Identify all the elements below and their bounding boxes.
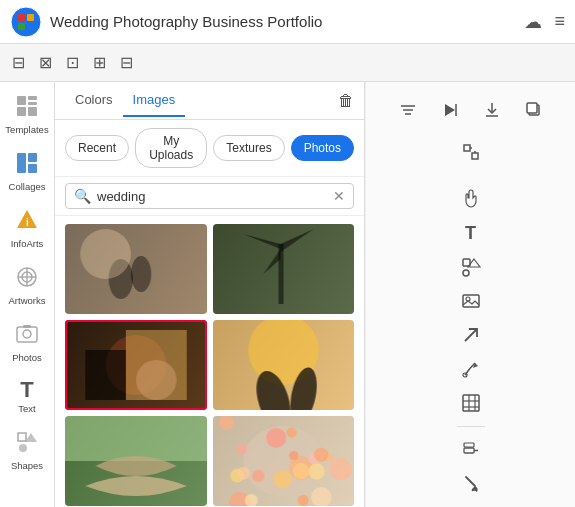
adjust-icon[interactable]: ⊟ (8, 49, 29, 76)
tab-row: Colors Images 🗑 (55, 82, 364, 120)
shapes-label: Shapes (11, 460, 43, 471)
svg-rect-9 (28, 107, 37, 116)
svg-line-43 (465, 329, 477, 341)
arrow-tool-button[interactable] (453, 322, 489, 348)
copy-icon[interactable] (516, 92, 552, 128)
tab-images[interactable]: Images (123, 84, 186, 117)
brush-tool-button[interactable] (453, 471, 489, 497)
subtab-textures[interactable]: Textures (213, 135, 284, 161)
svg-rect-50 (464, 448, 474, 453)
templates-icon (15, 94, 39, 122)
grid-icon[interactable]: ⊞ (89, 49, 110, 76)
paint-tool-button[interactable] (453, 437, 489, 463)
photos-icon (15, 322, 39, 350)
svg-rect-22 (18, 433, 26, 441)
svg-rect-34 (464, 145, 470, 151)
svg-rect-6 (28, 96, 37, 100)
svg-rect-41 (463, 295, 479, 307)
image-item-5[interactable] (65, 416, 207, 506)
svg-rect-11 (28, 153, 37, 162)
svg-line-53 (466, 477, 475, 486)
sidebar-item-infoarts[interactable]: i InfoArts (0, 202, 54, 255)
subtab-recent[interactable]: Recent (65, 135, 129, 161)
tool-divider (457, 426, 485, 427)
tabs: Colors Images (65, 84, 185, 117)
shape-tool-button[interactable] (453, 254, 489, 280)
play-icon[interactable] (432, 92, 468, 128)
top-bar-icons: ☁ ≡ (524, 11, 565, 33)
svg-rect-7 (28, 102, 37, 105)
svg-point-20 (23, 330, 31, 338)
image-tool-button[interactable] (453, 288, 489, 314)
sidebar-item-photos[interactable]: Photos (0, 316, 54, 369)
trash-icon[interactable]: 🗑 (338, 92, 354, 110)
subtab-photos[interactable]: Photos (291, 135, 354, 161)
top-bar: Wedding Photography Business Portfolio ☁… (0, 0, 575, 44)
subtab-myuploads[interactable]: My Uploads (135, 128, 207, 168)
document-title: Wedding Photography Business Portfolio (50, 13, 516, 30)
svg-point-0 (11, 7, 41, 37)
text-label: Text (18, 403, 35, 414)
pen-tool-button[interactable] (453, 356, 489, 382)
search-icon: 🔍 (74, 188, 91, 204)
collages-label: Collages (9, 181, 46, 192)
fit-icon[interactable]: ⊠ (35, 49, 56, 76)
sidebar-item-templates[interactable]: Templates (0, 88, 54, 141)
svg-rect-12 (28, 164, 37, 173)
filter-icon[interactable] (390, 92, 426, 128)
download-icon[interactable] (474, 92, 510, 128)
svg-text:i: i (26, 217, 29, 228)
photos-label: Photos (12, 352, 42, 363)
resize-icon[interactable] (453, 134, 489, 170)
artworks-label: Artworks (9, 295, 46, 306)
text-icon: T (20, 379, 33, 401)
svg-rect-3 (18, 23, 25, 30)
image-item-1[interactable] (65, 224, 207, 314)
infoarts-icon: i (15, 208, 39, 236)
layout-icon[interactable]: ⊟ (116, 49, 137, 76)
svg-marker-23 (25, 433, 37, 442)
svg-point-24 (19, 444, 27, 452)
svg-rect-52 (464, 443, 474, 447)
text-tool-button[interactable]: T (453, 220, 489, 246)
image-item-6[interactable] (213, 416, 355, 506)
svg-rect-45 (463, 395, 479, 411)
svg-rect-35 (472, 153, 478, 159)
image-item-4[interactable] (213, 320, 355, 410)
toolbar-row: ⊟ ⊠ ⊡ ⊞ ⊟ (0, 44, 575, 82)
menu-icon[interactable]: ≡ (554, 11, 565, 32)
search-box: 🔍 ✕ (65, 183, 354, 209)
svg-rect-4 (27, 23, 34, 30)
image-grid (55, 216, 364, 507)
svg-rect-33 (527, 103, 537, 113)
sidebar: Templates Collages i InfoArts (0, 82, 55, 507)
search-input[interactable] (97, 189, 327, 204)
table-tool-button[interactable] (453, 390, 489, 416)
sidebar-item-collages[interactable]: Collages (0, 145, 54, 198)
svg-rect-21 (23, 325, 31, 328)
svg-rect-2 (27, 14, 34, 21)
app-logo (10, 6, 42, 38)
svg-rect-5 (17, 96, 26, 105)
sidebar-item-shapes[interactable]: Shapes (0, 424, 54, 477)
svg-marker-28 (445, 104, 455, 116)
hand-tool-button[interactable] (453, 186, 489, 212)
align-icon[interactable]: ⊡ (62, 49, 83, 76)
main-area: Templates Collages i InfoArts (0, 82, 575, 507)
sidebar-item-text[interactable]: T Text (0, 373, 54, 420)
svg-rect-8 (17, 107, 26, 116)
search-clear-icon[interactable]: ✕ (333, 188, 345, 204)
image-item-3[interactable] (65, 320, 207, 410)
svg-rect-10 (17, 153, 26, 173)
artworks-icon (15, 265, 39, 293)
collages-icon (15, 151, 39, 179)
templates-label: Templates (5, 124, 48, 135)
image-item-2[interactable] (213, 224, 355, 314)
panel: Colors Images 🗑 Recent My Uploads Textur… (55, 82, 365, 507)
tab-colors[interactable]: Colors (65, 84, 123, 117)
search-row: 🔍 ✕ (55, 177, 364, 216)
sidebar-item-artworks[interactable]: Artworks (0, 259, 54, 312)
subtab-row: Recent My Uploads Textures Photos (55, 120, 364, 177)
cloud-icon[interactable]: ☁ (524, 11, 542, 33)
right-tools: T (365, 82, 575, 507)
